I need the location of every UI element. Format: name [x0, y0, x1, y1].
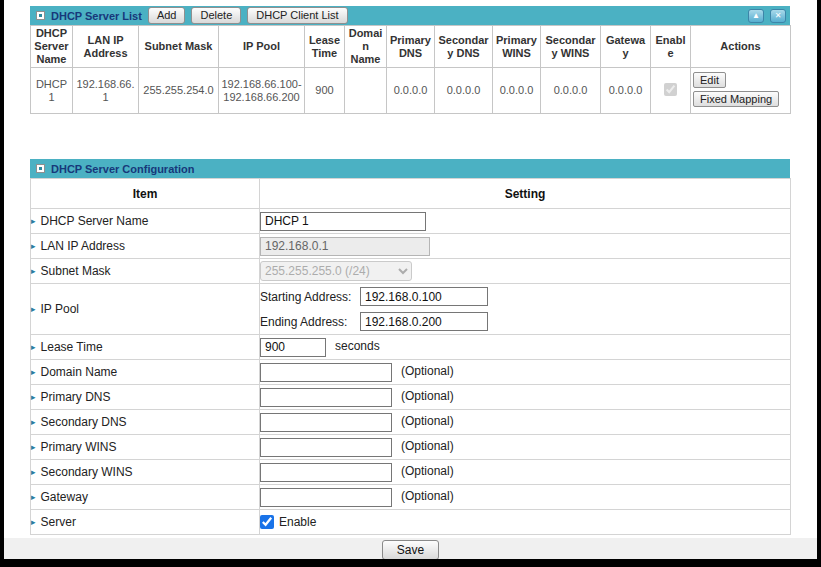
secondary-wins-field[interactable] — [260, 463, 392, 482]
secondary-wins-suffix: (Optional) — [401, 464, 454, 478]
item-bullet-icon: ▸ — [31, 304, 36, 314]
dhcp-server-list-titlebar: DHCP Server List Add Delete DHCP Client … — [30, 6, 790, 25]
gateway-field[interactable] — [260, 488, 392, 507]
col-primary-dns: Primary DNS — [387, 26, 435, 68]
config-col-setting: Setting — [260, 179, 791, 209]
cell-domain-name — [345, 68, 387, 114]
row-lan-ip-address: ▸LAN IP Address — [31, 234, 791, 259]
panel-icon — [36, 11, 45, 20]
item-bullet-icon: ▸ — [31, 467, 36, 477]
gateway-label: Gateway — [41, 490, 88, 504]
collapse-icon[interactable]: ▲ — [748, 9, 764, 23]
cell-ip-pool: 192.168.66.100-192.168.66.200 — [219, 68, 305, 114]
subnet-mask-label: Subnet Mask — [41, 264, 111, 278]
fixed-mapping-button[interactable]: Fixed Mapping — [693, 91, 779, 107]
col-gateway: Gateway — [601, 26, 651, 68]
item-bullet-icon: ▸ — [31, 266, 36, 276]
col-lease-time: Lease Time — [305, 26, 345, 68]
edit-button[interactable]: Edit — [693, 72, 726, 88]
primary-wins-field[interactable] — [260, 438, 392, 457]
row-subnet-mask: ▸Subnet Mask 255.255.255.0 (/24) — [31, 259, 791, 284]
starting-address-field[interactable] — [360, 287, 488, 306]
save-button[interactable]: Save — [382, 540, 439, 559]
col-subnet-mask: Subnet Mask — [139, 26, 219, 68]
dhcp-client-list-button[interactable]: DHCP Client List — [247, 7, 347, 24]
primary-wins-label: Primary WINS — [41, 440, 117, 454]
lease-time-label: Lease Time — [41, 340, 103, 354]
ip-pool-label: IP Pool — [41, 302, 79, 316]
col-dhcp-server-name: DHCP Server Name — [31, 26, 73, 68]
row-dhcp-server-name: ▸DHCP Server Name — [31, 209, 791, 234]
domain-name-field[interactable] — [260, 363, 392, 382]
secondary-dns-field[interactable] — [260, 413, 392, 432]
item-bullet-icon: ▸ — [31, 216, 36, 226]
panel-title: DHCP Server List — [51, 10, 142, 22]
col-ip-pool: IP Pool — [219, 26, 305, 68]
lan-ip-address-field — [260, 237, 430, 256]
row-domain-name: ▸Domain Name (Optional) — [31, 360, 791, 385]
cell-subnet-mask: 255.255.254.0 — [139, 68, 219, 114]
starting-address-label: Starting Address: — [260, 290, 360, 304]
dhcp-server-configuration-titlebar: DHCP Server Configuration — [30, 159, 790, 178]
secondary-dns-label: Secondary DNS — [41, 415, 127, 429]
item-bullet-icon: ▸ — [31, 442, 36, 452]
col-secondary-wins: Secondary WINS — [541, 26, 601, 68]
server-enable-label: Enable — [279, 515, 316, 529]
primary-dns-label: Primary DNS — [41, 390, 111, 404]
item-bullet-icon: ▸ — [31, 392, 36, 402]
page-content: DHCP Server List Add Delete DHCP Client … — [4, 0, 817, 559]
cell-primary-wins: 0.0.0.0 — [493, 68, 541, 114]
cell-primary-dns: 0.0.0.0 — [387, 68, 435, 114]
primary-dns-field[interactable] — [260, 388, 392, 407]
col-enable: Enable — [651, 26, 691, 68]
row-primary-dns: ▸Primary DNS (Optional) — [31, 385, 791, 410]
cell-dhcp-server-name: DHCP 1 — [31, 68, 73, 114]
panel-title: DHCP Server Configuration — [51, 163, 194, 175]
lease-time-field[interactable] — [260, 338, 326, 357]
config-header-row: Item Setting — [31, 179, 791, 209]
server-enable-wrap: Enable — [260, 515, 790, 529]
dhcp-server-name-field[interactable] — [260, 212, 426, 231]
server-enable-checkbox[interactable] — [260, 515, 274, 529]
ending-address-label: Ending Address: — [260, 315, 360, 329]
dhcp-server-list-table: DHCP Server Name LAN IP Address Subnet M… — [30, 25, 791, 114]
table-row: DHCP 1 192.168.66.1 255.255.254.0 192.16… — [31, 68, 791, 114]
cell-lan-ip-address: 192.168.66.1 — [73, 68, 139, 114]
row-secondary-wins: ▸Secondary WINS (Optional) — [31, 460, 791, 485]
gateway-suffix: (Optional) — [401, 489, 454, 503]
server-label: Server — [41, 515, 76, 529]
ending-address-field[interactable] — [360, 312, 488, 331]
cell-secondary-dns: 0.0.0.0 — [435, 68, 493, 114]
list-header-row: DHCP Server Name LAN IP Address Subnet M… — [31, 26, 791, 68]
primary-dns-suffix: (Optional) — [401, 389, 454, 403]
row-enable-checkbox — [664, 83, 677, 96]
add-button[interactable]: Add — [148, 7, 186, 24]
close-icon[interactable]: ✕ — [770, 9, 786, 23]
row-gateway: ▸Gateway (Optional) — [31, 485, 791, 510]
secondary-dns-suffix: (Optional) — [401, 414, 454, 428]
subnet-mask-select: 255.255.255.0 (/24) — [260, 261, 412, 281]
ip-pool-ending-row: Ending Address: — [260, 309, 790, 334]
cell-lease-time: 900 — [305, 68, 345, 114]
row-server: ▸Server Enable — [31, 510, 791, 535]
col-secondary-dns: Secondary DNS — [435, 26, 493, 68]
item-bullet-icon: ▸ — [31, 367, 36, 377]
col-lan-ip-address: LAN IP Address — [73, 26, 139, 68]
row-secondary-dns: ▸Secondary DNS (Optional) — [31, 410, 791, 435]
dhcp-server-list-panel: DHCP Server List Add Delete DHCP Client … — [30, 0, 790, 114]
domain-name-label: Domain Name — [41, 365, 118, 379]
cell-enable — [651, 68, 691, 114]
panel-icon — [36, 164, 45, 173]
save-bar: Save — [4, 538, 817, 559]
dhcp-server-name-label: DHCP Server Name — [41, 214, 149, 228]
primary-wins-suffix: (Optional) — [401, 439, 454, 453]
dhcp-server-configuration-table: Item Setting ▸DHCP Server Name ▸LAN IP A… — [30, 178, 791, 535]
delete-button[interactable]: Delete — [191, 7, 241, 24]
dhcp-server-configuration-panel: DHCP Server Configuration Item Setting ▸… — [30, 159, 790, 535]
config-col-item: Item — [31, 179, 260, 209]
row-ip-pool: ▸IP Pool Starting Address: Ending Addres… — [31, 284, 791, 335]
secondary-wins-label: Secondary WINS — [41, 465, 133, 479]
row-primary-wins: ▸Primary WINS (Optional) — [31, 435, 791, 460]
item-bullet-icon: ▸ — [31, 241, 36, 251]
item-bullet-icon: ▸ — [31, 517, 36, 527]
